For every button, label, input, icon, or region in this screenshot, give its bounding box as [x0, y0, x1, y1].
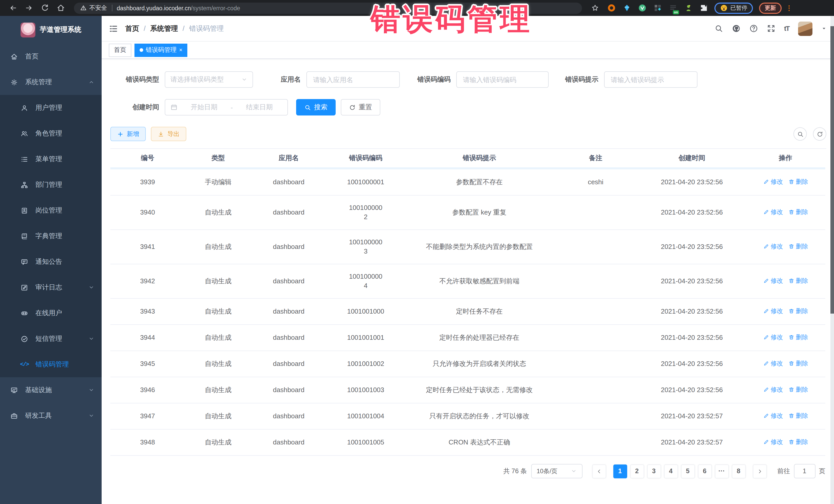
delete-link[interactable]: 删除: [788, 385, 808, 394]
edit-link[interactable]: 修改: [763, 385, 783, 394]
forward-icon[interactable]: [25, 4, 34, 12]
profile-paused-chip[interactable]: 已暂停: [715, 2, 753, 14]
sidebar-item-dict-mgmt[interactable]: 字典管理: [0, 223, 102, 249]
page-size-select[interactable]: 10条/页: [531, 464, 582, 478]
sidebar-item-audit-log[interactable]: 审计日志: [0, 275, 102, 300]
app-name-input[interactable]: [312, 75, 394, 84]
back-icon[interactable]: [9, 4, 18, 12]
edit-link[interactable]: 修改: [763, 411, 783, 420]
prev-page-button[interactable]: [592, 464, 606, 478]
cell-remark: [553, 230, 638, 264]
sidebar-item-system-mgmt[interactable]: 系统管理: [0, 69, 102, 95]
delete-link[interactable]: 删除: [788, 207, 808, 217]
font-size-icon[interactable]: tT: [784, 25, 789, 32]
reload-icon[interactable]: [41, 4, 49, 12]
edit-link[interactable]: 修改: [763, 359, 783, 368]
scrollbar-thumb[interactable]: [830, 26, 834, 313]
page-button[interactable]: 3: [647, 464, 661, 478]
sidebar-item-infrastructure[interactable]: 基础设施: [0, 377, 102, 403]
search-icon[interactable]: [714, 24, 723, 33]
page-button[interactable]: 1: [613, 464, 627, 478]
sidebar-item-label: 岗位管理: [36, 206, 94, 215]
error-type-select[interactable]: 请选择错误码类型: [165, 71, 253, 88]
sidebar-item-online-users[interactable]: 在线用户: [0, 300, 102, 326]
edit-link[interactable]: 修改: [763, 177, 783, 186]
tab-close-icon[interactable]: ×: [179, 47, 182, 53]
sidebar-item-user-mgmt[interactable]: 用户管理: [0, 95, 102, 120]
puzzle-ext-icon[interactable]: [700, 4, 708, 12]
edit-link[interactable]: 修改: [763, 276, 783, 285]
sidebar-item-post-mgmt[interactable]: 岗位管理: [0, 198, 102, 223]
error-msg-input[interactable]: [610, 75, 692, 84]
browser-home-icon[interactable]: [57, 4, 65, 12]
cell-time: 2021-04-20 23:52:57: [638, 403, 746, 429]
breadcrumb-system[interactable]: 系统管理: [150, 24, 178, 33]
user-avatar[interactable]: [798, 21, 812, 36]
green-figure-ext-icon[interactable]: [684, 4, 693, 12]
toggle-search-button[interactable]: [793, 127, 807, 140]
tab-error-code[interactable]: 错误码管理 ×: [134, 43, 188, 57]
sidebar-item-error-code[interactable]: </>错误码管理: [0, 352, 102, 377]
pencil-icon: [763, 278, 769, 284]
delete-link[interactable]: 删除: [788, 177, 808, 186]
help-icon[interactable]: [749, 24, 758, 33]
page-scrollbar[interactable]: [830, 16, 834, 504]
tags-view-bar: 首页 错误码管理 ×: [102, 42, 834, 59]
tab-home[interactable]: 首页: [109, 43, 131, 57]
edit-link[interactable]: 修改: [763, 207, 783, 217]
list-on-ext-icon[interactable]: on: [669, 4, 678, 12]
sidebar-item-dept-mgmt[interactable]: 部门管理: [0, 172, 102, 198]
delete-link[interactable]: 删除: [788, 242, 808, 251]
sidebar-item-home[interactable]: 首页: [0, 44, 102, 69]
page-button[interactable]: 6: [698, 464, 711, 478]
hamburger-icon[interactable]: [109, 24, 118, 33]
sidebar-item-menu-mgmt[interactable]: 菜单管理: [0, 146, 102, 172]
address-bar[interactable]: 不安全 dashboard.yudao.iocoder.cn/system/er…: [74, 2, 582, 14]
gem-ext-icon[interactable]: [622, 4, 631, 12]
delete-link[interactable]: 删除: [788, 276, 808, 285]
refresh-table-button[interactable]: [813, 127, 826, 140]
breadcrumb-home[interactable]: 首页: [125, 24, 139, 33]
browser-menu-kebab-icon[interactable]: ⋮: [786, 5, 792, 10]
edit-link[interactable]: 修改: [763, 306, 783, 316]
github-icon[interactable]: [731, 24, 740, 33]
delete-link[interactable]: 删除: [788, 359, 808, 368]
export-button[interactable]: 导出: [151, 127, 186, 141]
error-code-input[interactable]: [462, 75, 543, 84]
sidebar-item-label: 基础设施: [25, 386, 88, 395]
create-time-range-picker[interactable]: 开始日期 - 结束日期: [165, 99, 288, 115]
cell-code: 100100000 4: [326, 264, 405, 299]
adblock-ext-icon[interactable]: [607, 4, 616, 12]
goto-page-input[interactable]: [794, 464, 815, 478]
fullscreen-icon[interactable]: [767, 24, 775, 33]
delete-link[interactable]: 删除: [788, 437, 808, 446]
delete-link[interactable]: 删除: [788, 306, 808, 316]
sidebar-item-sms-mgmt[interactable]: 短信管理: [0, 326, 102, 352]
browser-update-button[interactable]: 更新: [759, 2, 782, 14]
delete-link[interactable]: 删除: [788, 333, 808, 342]
page-button[interactable]: 5: [681, 464, 695, 478]
sidebar-item-notice[interactable]: 通知公告: [0, 249, 102, 275]
page-button[interactable]: 4: [664, 464, 678, 478]
trash-icon: [788, 360, 794, 367]
extensions-area: on: [607, 4, 708, 12]
delete-link[interactable]: 删除: [788, 411, 808, 420]
next-page-button[interactable]: [753, 464, 767, 478]
edit-link[interactable]: 修改: [763, 437, 783, 446]
edit-link[interactable]: 修改: [763, 242, 783, 251]
security-label: 不安全: [89, 4, 107, 12]
search-button[interactable]: 搜索: [296, 99, 336, 115]
more-pages-button[interactable]: ···: [715, 464, 728, 478]
vue-devtools-ext-icon[interactable]: [638, 4, 647, 12]
sidebar-item-role-mgmt[interactable]: 角色管理: [0, 120, 102, 146]
add-button[interactable]: 新增: [110, 127, 146, 141]
bookmark-star-icon[interactable]: [591, 4, 599, 12]
grid-ext-icon[interactable]: [653, 4, 662, 12]
avatar-caret-down-icon[interactable]: [821, 26, 827, 31]
edit-link[interactable]: 修改: [763, 333, 783, 342]
sidebar-item-dev-tools[interactable]: 研发工具: [0, 403, 102, 429]
page-button[interactable]: 8: [731, 464, 745, 478]
app-logo[interactable]: 芋道管理系统: [0, 16, 102, 44]
page-button[interactable]: 2: [630, 464, 644, 478]
reset-button[interactable]: 重置: [341, 99, 380, 115]
